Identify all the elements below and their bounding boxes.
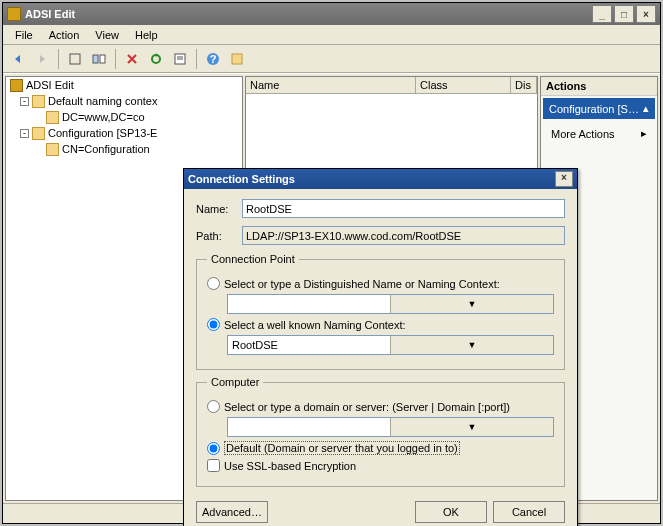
menu-help[interactable]: Help [127,27,166,43]
connection-settings-dialog: Connection Settings × Name: Path: Connec… [183,168,578,526]
actions-selected[interactable]: Configuration [S…▴ [543,98,655,119]
tree-node-cn[interactable]: CN=Configuration [6,141,242,157]
dialog-titlebar: Connection Settings × [184,169,577,189]
main-window: ADSI Edit _ □ × File Action View Help ? … [2,2,661,524]
comp-server-combo[interactable]: ▼ [227,417,554,437]
dropdown-arrow-icon: ▼ [390,295,553,313]
cp-radio-dn[interactable] [207,277,220,290]
connection-point-group: Connection Point Select or type a Distin… [196,253,565,370]
tree-node-naming[interactable]: -Default naming contex [6,93,242,109]
computer-group: Computer Select or type a domain or serv… [196,376,565,487]
tree-label: Configuration [SP13-E [48,127,157,139]
folder-icon [46,143,59,156]
dialog-title: Connection Settings [188,173,555,185]
minimize-button[interactable]: _ [592,5,612,23]
tree-node-dc[interactable]: DC=www,DC=co [6,109,242,125]
cp-label-wellknown: Select a well known Naming Context: [224,319,406,331]
col-class[interactable]: Class [416,77,511,93]
svg-rect-9 [232,54,242,64]
toolbar-icon-3[interactable] [226,48,248,70]
app-icon [7,7,21,21]
dialog-close-button[interactable]: × [555,171,573,187]
folder-icon [32,95,45,108]
comp-radio-default[interactable] [207,442,220,455]
cp-dn-combo[interactable]: ▼ [227,294,554,314]
connection-point-legend: Connection Point [207,253,299,265]
back-button[interactable] [7,48,29,70]
comp-radio-select[interactable] [207,400,220,413]
properties-icon[interactable] [169,48,191,70]
delete-icon[interactable] [121,48,143,70]
col-name[interactable]: Name [246,77,416,93]
titlebar: ADSI Edit _ □ × [3,3,660,25]
cp-radio-wellknown[interactable] [207,318,220,331]
cp-label-dn: Select or type a Distinguished Name or N… [224,278,500,290]
path-input [242,226,565,245]
path-label: Path: [196,230,236,242]
ssl-label: Use SSL-based Encryption [224,460,356,472]
collapse-icon[interactable]: - [20,129,29,138]
actions-more[interactable]: More Actions▸ [541,121,657,146]
help-icon[interactable]: ? [202,48,224,70]
tree-root[interactable]: ADSI Edit [6,77,242,93]
cp-combo-value: RootDSE [228,339,390,351]
menubar: File Action View Help [3,25,660,45]
col-dis[interactable]: Dis [511,77,537,93]
chevron-right-icon: ▸ [641,127,647,140]
svg-rect-0 [70,54,80,64]
ok-button[interactable]: OK [415,501,487,523]
dropdown-arrow-icon: ▼ [390,418,553,436]
toolbar-icon-1[interactable] [64,48,86,70]
folder-icon [46,111,59,124]
tree-label: CN=Configuration [62,143,150,155]
maximize-button[interactable]: □ [614,5,634,23]
adsi-icon [10,79,23,92]
list-header: Name Class Dis [246,77,537,94]
window-title: ADSI Edit [25,8,590,20]
comp-label-default: Default (Domain or server that you logge… [224,441,460,455]
computer-legend: Computer [207,376,263,388]
advanced-button[interactable]: Advanced… [196,501,268,523]
collapse-icon[interactable]: - [20,97,29,106]
refresh-icon[interactable] [145,48,167,70]
tree-node-config[interactable]: -Configuration [SP13-E [6,125,242,141]
actions-more-label: More Actions [551,128,615,140]
tree-label: DC=www,DC=co [62,111,145,123]
toolbar-icon-2[interactable] [88,48,110,70]
name-input[interactable] [242,199,565,218]
folder-icon [32,127,45,140]
menu-file[interactable]: File [7,27,41,43]
svg-rect-2 [100,55,105,63]
svg-rect-1 [93,55,98,63]
cp-wellknown-combo[interactable]: RootDSE▼ [227,335,554,355]
close-button[interactable]: × [636,5,656,23]
actions-selected-label: Configuration [S… [549,103,639,115]
menu-action[interactable]: Action [41,27,88,43]
toolbar: ? [3,45,660,73]
comp-label-select: Select or type a domain or server: (Serv… [224,401,510,413]
dialog-body: Name: Path: Connection Point Select or t… [184,189,577,497]
svg-text:?: ? [210,53,217,65]
content-area: ADSI Edit -Default naming contex DC=www,… [3,73,660,503]
dropdown-arrow-icon: ▼ [390,336,553,354]
dialog-button-row: Advanced… OK Cancel [184,497,577,526]
tree-root-label: ADSI Edit [26,79,74,91]
chevron-up-icon: ▴ [643,102,649,115]
tree-label: Default naming contex [48,95,157,107]
name-label: Name: [196,203,236,215]
ssl-checkbox[interactable] [207,459,220,472]
menu-view[interactable]: View [87,27,127,43]
forward-button[interactable] [31,48,53,70]
cancel-button[interactable]: Cancel [493,501,565,523]
actions-header: Actions [541,77,657,96]
